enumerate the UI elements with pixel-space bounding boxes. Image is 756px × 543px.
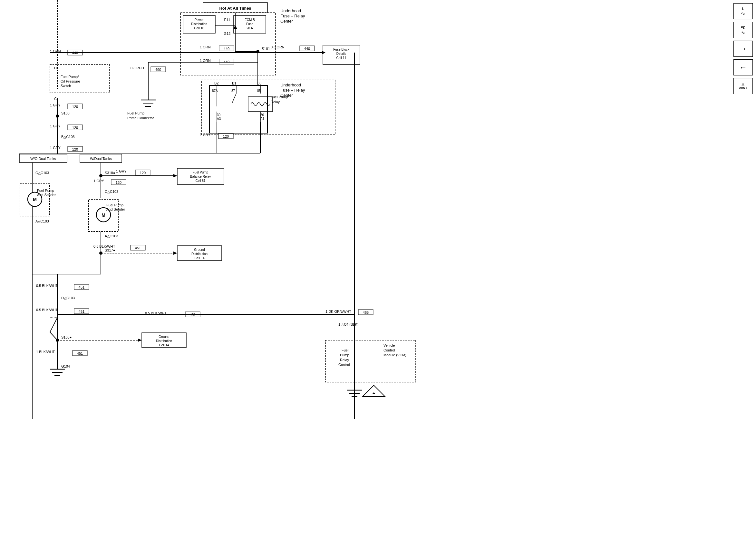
motor-2-symbol: M <box>102 212 105 218</box>
underhood-fuse-relay-label-1: Underhood <box>280 8 301 13</box>
wire-120-relay-label: 120 <box>223 134 229 138</box>
wire-05blkwht-d-c103: 0.5 BLK/WHT <box>36 308 58 312</box>
fuel-pump-sender-1-label-1: Fuel Pump <box>37 189 54 192</box>
backward-arrow-icon: ← <box>739 63 747 72</box>
wire-451-right-1: 451 <box>135 246 141 250</box>
svg-marker-108 <box>363 385 385 397</box>
f11-label: F11 <box>224 18 230 22</box>
fuel-pump-relay-ctrl-label-3: Relay <box>340 358 349 362</box>
fuel-pump-sender-2-label-2: And Sender <box>106 207 125 211</box>
fuse-block-details-label-2: Details <box>336 52 346 55</box>
wo-dual-tanks-label: W/O Dual Tanks <box>30 157 56 160</box>
fuel-pump-relay-label-2: Relay <box>271 100 280 104</box>
c-c103-right-label: C△C103 <box>105 189 118 193</box>
power-dist-label-2: Distribution <box>191 22 207 26</box>
b3-label: B3 <box>257 81 261 85</box>
wire-05blkwht-join-1: 0.5 BLK/WHT <box>36 284 58 288</box>
wire-451-d-c103: 451 <box>79 310 84 314</box>
86-label: 86 <box>260 113 264 117</box>
svg-line-66 <box>50 318 57 332</box>
power-dist-label-3: Cell 10 <box>194 26 204 30</box>
g12-label: G12 <box>224 32 231 35</box>
fuse-block-details-label-3: Cell 11 <box>336 56 346 60</box>
wire-08orn-label: 0.8 ORN <box>271 45 285 49</box>
fuel-pump-balance-label-2: Balance Relay <box>190 175 211 178</box>
fuel-pump-prime-label-1: Fuel Pump <box>127 111 144 115</box>
loc-button[interactable]: LOC <box>733 3 753 19</box>
fuel-pump-sender-2-label-1: Fuel Pump <box>106 203 123 207</box>
fuel-pump-prime-label-2: Prime Connector <box>127 116 154 120</box>
ground-dist-14-lower-label-1: Ground <box>159 335 169 339</box>
desc-icon: DESC <box>741 25 745 35</box>
w-dual-tanks-label: W/Dual Tanks <box>90 157 112 160</box>
wire-1gry-relay-label: 1 GRY <box>200 133 210 137</box>
svg-line-68 <box>50 332 57 340</box>
wire-120-label-3: 120 <box>72 147 78 151</box>
underhood-fuse-relay-2-label-3: Center <box>280 93 293 98</box>
wire-451-join-1: 451 <box>79 286 84 289</box>
wire-1blkwht-label: 1 BLK/WHT <box>36 350 55 354</box>
motor-1-symbol: M <box>33 197 37 202</box>
s318-label: S318● <box>105 171 115 175</box>
wire-451-blkwht: 451 <box>77 352 83 355</box>
wire-120-below-s318: 120 <box>116 180 121 184</box>
fuel-pump-balance-label-3: Cell 81 <box>195 179 206 182</box>
vehicle-ctrl-label-1: Vehicle <box>383 344 395 347</box>
fuel-pump-balance-label-1: Fuel Pump <box>193 170 208 174</box>
wire-1gry-label-1: 1 GRY <box>50 103 61 107</box>
svg-marker-54 <box>173 251 177 255</box>
ecm-b-fuse-label: ECM B <box>245 18 255 22</box>
ecm-b-fuse-label-2: Fuse <box>246 22 254 26</box>
a-c103-right-label: A△C103 <box>105 234 118 238</box>
ground-dist-14-upper-label-3: Cell 14 <box>194 256 205 260</box>
wire-465-label: 465 <box>363 311 369 315</box>
obd2-icon: ⚠OBD II <box>739 82 747 90</box>
wire-490-label: 490 <box>155 68 161 72</box>
wire-120-s318: 120 <box>140 171 146 175</box>
a3-label: A3 <box>217 117 221 121</box>
vehicle-ctrl-label-2: Control <box>383 348 395 352</box>
wire-1gry-below-s318: 1 GRY <box>93 179 104 183</box>
forward-button[interactable]: → <box>733 41 753 57</box>
b2-label: B2 <box>214 81 218 85</box>
vehicle-ctrl-label-3: Module (VCM) <box>383 353 406 357</box>
wiring-diagram-svg: Hot At All Times Underhood Fuse – Relay … <box>0 0 756 543</box>
wire-1gry-s318: 1 GRY <box>116 169 127 173</box>
c4-blk-label: 1 △C4 (BLK) <box>338 323 358 326</box>
ground-dist-14-lower-label-3: Cell 14 <box>159 344 169 347</box>
s101-label: S101 <box>262 47 270 51</box>
wire-08red-label: 0.8 RED <box>131 66 144 70</box>
wire-05blkwht-right-1: 0.5 BLK/WHT <box>93 244 115 248</box>
svg-rect-85 <box>209 85 267 133</box>
power-dist-label: Power <box>195 18 204 22</box>
backward-button[interactable]: ← <box>733 59 753 75</box>
svg-marker-71 <box>138 339 142 342</box>
wire-1orn-s101-1: 1 ORN <box>200 45 211 49</box>
d-c103-label: D△C103 <box>61 296 75 300</box>
d-connector-label: D <box>54 66 57 70</box>
obd2-button[interactable]: ⚠OBD II <box>733 78 753 94</box>
svg-marker-43 <box>173 174 177 177</box>
underhood-fuse-relay-2-label-2: Fuse – Relay <box>280 88 305 92</box>
30-label: 30 <box>217 113 221 117</box>
s317-label: S317● <box>105 248 115 252</box>
vcm-mountain-symbol: ⛰ <box>372 392 375 395</box>
87-label: 87 <box>231 89 235 92</box>
ground-dist-14-upper-label-2: Distribution <box>191 252 208 256</box>
wire-1gry-label-3: 1 GRY <box>50 146 61 150</box>
s103-label: S103● <box>61 335 72 339</box>
right-panel: LOC DESC → ← ⚠OBD II <box>733 3 753 94</box>
a1-label: A1 <box>260 117 265 121</box>
a-c103-left-label: A△C103 <box>35 219 49 223</box>
underhood-fuse-relay-label-2: Fuse – Relay <box>280 14 305 18</box>
hot-at-all-times-label: Hot At All Times <box>219 6 251 11</box>
s100-label: S100 <box>61 111 70 115</box>
svg-rect-23 <box>50 64 110 93</box>
underhood-fuse-relay-label-3: Center <box>280 19 293 24</box>
fuel-pump-oil-sw-label-3: Switch <box>61 84 71 88</box>
underhood-fuse-relay-2-label-1: Underhood <box>280 82 301 87</box>
loc-icon: LOC <box>741 7 745 16</box>
fuel-pump-relay-ctrl-label-2: Pump <box>340 353 349 357</box>
c-connector-label: C <box>54 97 57 101</box>
desc-button[interactable]: DESC <box>733 22 753 38</box>
